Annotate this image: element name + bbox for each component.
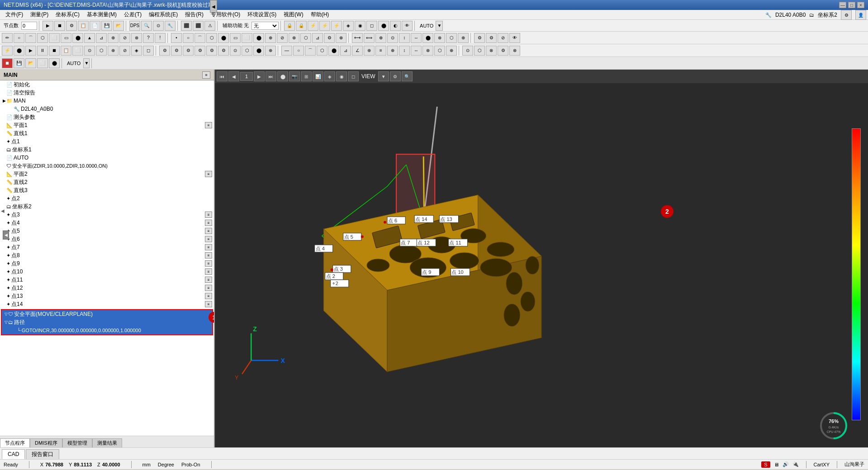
tb2-btn26[interactable]: ⬡ — [300, 33, 311, 43]
tree-item-btn[interactable]: ≡ — [205, 252, 212, 258]
tb3-btn19[interactable]: ⚙ — [218, 46, 229, 56]
tb1-btn17[interactable]: ⚡ — [308, 21, 318, 31]
tb2-btn40[interactable]: ⚙ — [474, 33, 485, 43]
tb3-btn2[interactable]: ⬤ — [14, 46, 24, 56]
tree-item-probe-params[interactable]: 📄 测头参数 — [0, 113, 214, 121]
tb2-btn8[interactable]: ▲ — [84, 33, 95, 43]
3d-scene[interactable]: X Z Y 点 5 点 6 点 14 点 13 — [215, 83, 868, 447]
tb2-btn18[interactable]: ⬡ — [206, 33, 217, 43]
tree-item-btn[interactable]: ≡ — [205, 268, 212, 275]
tb3-btn28[interactable]: ⬤ — [328, 46, 339, 56]
tree-item-man[interactable]: ▶ 📁 MAN — [0, 97, 214, 105]
menu-basic-measure[interactable]: 基本测量(M) — [83, 10, 120, 19]
tb1-btn2[interactable]: ⏹ — [54, 21, 65, 31]
tree-item-point1[interactable]: ✦ 点1 — [0, 137, 214, 146]
vp-btn-zoom[interactable]: 🔍 — [402, 71, 413, 81]
tb3-btn7[interactable]: ⬜ — [72, 46, 83, 56]
tree-item-btn[interactable]: ≡ — [205, 244, 212, 250]
tb2-btn15[interactable]: • — [171, 33, 182, 43]
tb2-btn24[interactable]: ⊘ — [277, 33, 288, 43]
tree-item-point13[interactable]: ✦ 点13 ≡ — [0, 292, 214, 300]
menu-report[interactable]: 报告(R) — [181, 10, 207, 19]
vp-btn-play-prev[interactable]: ⏮ — [217, 71, 228, 81]
vp-btn-play-fwd[interactable]: ▶ — [254, 71, 265, 81]
tb3-btn30[interactable]: ∠ — [352, 46, 363, 56]
tb3-btn15[interactable]: ⚙ — [171, 46, 182, 56]
tb3-btn1[interactable]: ⚡ — [2, 46, 13, 56]
tb2-btn39[interactable]: ⊕ — [458, 33, 469, 43]
tb3-btn10[interactable]: ⊕ — [108, 46, 119, 56]
vp-btn-capture[interactable]: 📷 — [289, 71, 300, 81]
vp-btn-view-dropdown[interactable]: ▼ — [378, 71, 389, 81]
tb1-btn7[interactable]: 📂 — [113, 21, 124, 31]
vp-btn-box[interactable]: ◻ — [348, 71, 359, 81]
lp-tab-dmis-program[interactable]: DMIS程序 — [30, 438, 62, 447]
tree-item-btn[interactable]: ≡ — [205, 277, 212, 283]
tb3-btn16[interactable]: ⚙ — [183, 46, 194, 56]
tb2-btn43[interactable]: 👁 — [509, 33, 520, 43]
tab-cad[interactable]: CAD — [2, 449, 25, 459]
tree-item-line3[interactable]: 📏 直线3 — [0, 186, 214, 194]
tree-item-line1[interactable]: 📏 直线1 — [0, 129, 214, 137]
tree-item-line2[interactable]: 📏 直线2 — [0, 178, 214, 186]
close-button[interactable]: × — [857, 2, 864, 8]
tree-item-point10[interactable]: ✦ 点10 ≡ — [0, 268, 214, 276]
tb3-btn37[interactable]: ⬡ — [434, 46, 445, 56]
stop-button[interactable]: ⏹ — [2, 58, 13, 68]
tab-report[interactable]: 报告窗口 — [26, 449, 59, 459]
tb2-btn2[interactable]: ○ — [14, 33, 24, 43]
tb3-btn12[interactable]: ◈ — [131, 46, 142, 56]
tree-item-btn[interactable]: ≡ — [205, 212, 212, 218]
panel-close-button[interactable]: ≡ — [202, 71, 210, 79]
tb2-btn9[interactable]: ⊿ — [96, 33, 107, 43]
tb1-btn25[interactable]: 👁 — [402, 21, 413, 31]
tb3-btn38[interactable]: ⊕ — [446, 46, 457, 56]
tree-item-safe1[interactable]: 🛡 安全平面(ZDIR,10.0000,ZDIR,10.0000,ON) — [0, 162, 214, 170]
tree-item-btn[interactable]: ≡ — [205, 236, 212, 242]
tb2-btn42[interactable]: ⊘ — [498, 33, 508, 43]
tb1-btn1[interactable]: ▶ — [43, 21, 53, 31]
tb1-btn16[interactable]: 🔒 — [296, 21, 307, 31]
tb3-btn4[interactable]: ⏸ — [37, 46, 48, 56]
lp-tab-node-program[interactable]: 节点程序 — [0, 438, 30, 447]
tb1-btn18[interactable]: ⚡ — [319, 21, 330, 31]
menu-env[interactable]: 环境设置(S) — [244, 10, 280, 19]
tb3-btn17[interactable]: ⚙ — [194, 46, 205, 56]
tb2-btn38[interactable]: ⬡ — [446, 33, 457, 43]
tb2-btn22[interactable]: ⬤ — [253, 33, 264, 43]
tb3-btn23[interactable]: ⊕ — [265, 46, 276, 56]
tb1-btn24[interactable]: ◐ — [390, 21, 401, 31]
auto-dropdown-btn[interactable]: ▼ — [436, 21, 443, 31]
tb3-btn21[interactable]: ⬡ — [242, 46, 252, 56]
tb3-btn42[interactable]: ⚙ — [498, 46, 508, 56]
tb3-btn9[interactable]: ⬡ — [96, 46, 107, 56]
tb2-btn5[interactable]: ⬜ — [49, 33, 60, 43]
maximize-button[interactable]: □ — [848, 2, 855, 8]
tb2-btn13[interactable]: ? — [143, 33, 154, 43]
tb1-btn8[interactable]: DPS — [129, 21, 140, 31]
tb1-btn19[interactable]: ⚡ — [331, 21, 342, 31]
tree-item-point9[interactable]: ✦ 点9 ≡ — [0, 259, 214, 268]
tree-item-btn[interactable]: ≡ — [205, 228, 212, 234]
tb2-btn33[interactable]: ⊙ — [387, 33, 398, 43]
run-btn4[interactable]: ⬤ — [49, 58, 60, 68]
tb1-btn20[interactable]: ◈ — [343, 21, 354, 31]
tb3-btn26[interactable]: ⌒ — [305, 46, 316, 56]
tb3-btn14[interactable]: ⚙ — [159, 46, 170, 56]
tb2-btn29[interactable]: ⊗ — [336, 33, 346, 43]
tb2-btn34[interactable]: ↕ — [399, 33, 410, 43]
menu-file[interactable]: 文件(F) — [2, 10, 27, 19]
menu-program[interactable]: 编程系统(E) — [145, 10, 181, 19]
tree-item-btn[interactable]: ≡ — [205, 293, 212, 299]
tree-item-point12[interactable]: ✦ 点12 ≡ — [0, 284, 214, 292]
tb1-btn3[interactable]: ⚙ — [66, 21, 77, 31]
tb2-btn6[interactable]: ▭ — [61, 33, 71, 43]
top-right-btn2[interactable]: 👤 — [855, 10, 866, 20]
vp-btn-record[interactable]: ⬤ — [277, 71, 288, 81]
tb1-btn22[interactable]: ◻ — [366, 21, 377, 31]
tb2-btn10[interactable]: ⊕ — [108, 33, 119, 43]
tb3-btn22[interactable]: ⬤ — [253, 46, 264, 56]
auto-mode-dropdown[interactable]: ▼ — [83, 58, 90, 68]
lp-tab-model-manage[interactable]: 模型管理 — [62, 438, 92, 447]
tb2-btn19[interactable]: ⬤ — [218, 33, 229, 43]
